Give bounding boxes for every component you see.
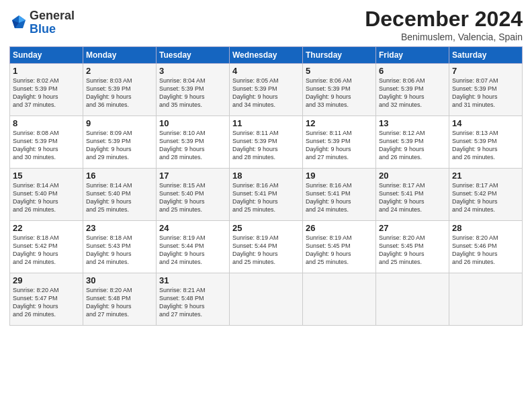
calendar-cell bbox=[303, 273, 376, 326]
col-sunday: Sunday bbox=[10, 47, 83, 64]
calendar-cell: 8Sunrise: 8:08 AMSunset: 5:39 PMDaylight… bbox=[10, 116, 83, 169]
calendar-cell: 9Sunrise: 8:09 AMSunset: 5:39 PMDaylight… bbox=[83, 116, 157, 169]
calendar-cell: 26Sunrise: 8:19 AMSunset: 5:45 PMDayligh… bbox=[303, 221, 376, 273]
calendar-cell: 22Sunrise: 8:18 AMSunset: 5:42 PMDayligh… bbox=[10, 221, 83, 273]
calendar-cell: 29Sunrise: 8:20 AMSunset: 5:47 PMDayligh… bbox=[10, 273, 83, 326]
header: General Blue December 2024 Benimuslem, V… bbox=[9, 7, 523, 42]
calendar-cell: 31Sunrise: 8:21 AMSunset: 5:48 PMDayligh… bbox=[157, 273, 230, 326]
col-tuesday: Tuesday bbox=[157, 47, 230, 64]
col-saturday: Saturday bbox=[449, 47, 523, 64]
calendar-cell: 20Sunrise: 8:17 AMSunset: 5:41 PMDayligh… bbox=[376, 169, 449, 221]
calendar-cell: 15Sunrise: 8:14 AMSunset: 5:40 PMDayligh… bbox=[10, 169, 83, 221]
page-container: General Blue December 2024 Benimuslem, V… bbox=[0, 0, 532, 332]
calendar-cell: 23Sunrise: 8:18 AMSunset: 5:43 PMDayligh… bbox=[83, 221, 157, 273]
calendar-cell: 5Sunrise: 8:06 AMSunset: 5:39 PMDaylight… bbox=[303, 64, 376, 116]
calendar-cell bbox=[376, 273, 449, 326]
calendar-table: Sunday Monday Tuesday Wednesday Thursday… bbox=[9, 46, 523, 326]
calendar-cell: 13Sunrise: 8:12 AMSunset: 5:39 PMDayligh… bbox=[376, 116, 449, 169]
calendar-week-2: 8Sunrise: 8:08 AMSunset: 5:39 PMDaylight… bbox=[10, 116, 523, 169]
month-title: December 2024 bbox=[365, 7, 523, 32]
calendar-cell: 14Sunrise: 8:13 AMSunset: 5:39 PMDayligh… bbox=[449, 116, 523, 169]
title-area: December 2024 Benimuslem, Valencia, Spai… bbox=[365, 7, 523, 42]
calendar-cell: 24Sunrise: 8:19 AMSunset: 5:44 PMDayligh… bbox=[157, 221, 230, 273]
calendar-cell: 3Sunrise: 8:04 AMSunset: 5:39 PMDaylight… bbox=[157, 64, 230, 116]
calendar-cell: 25Sunrise: 8:19 AMSunset: 5:44 PMDayligh… bbox=[230, 221, 303, 273]
calendar-cell: 10Sunrise: 8:10 AMSunset: 5:39 PMDayligh… bbox=[157, 116, 230, 169]
calendar-cell bbox=[230, 273, 303, 326]
calendar-cell: 2Sunrise: 8:03 AMSunset: 5:39 PMDaylight… bbox=[83, 64, 157, 116]
calendar-cell: 12Sunrise: 8:11 AMSunset: 5:39 PMDayligh… bbox=[303, 116, 376, 169]
calendar-cell: 17Sunrise: 8:15 AMSunset: 5:40 PMDayligh… bbox=[157, 169, 230, 221]
location: Benimuslem, Valencia, Spain bbox=[365, 32, 523, 42]
calendar-cell: 4Sunrise: 8:05 AMSunset: 5:39 PMDaylight… bbox=[230, 64, 303, 116]
calendar-cell: 19Sunrise: 8:16 AMSunset: 5:41 PMDayligh… bbox=[303, 169, 376, 221]
calendar-cell: 30Sunrise: 8:20 AMSunset: 5:48 PMDayligh… bbox=[83, 273, 157, 326]
logo-icon bbox=[9, 13, 28, 32]
col-monday: Monday bbox=[83, 47, 157, 64]
calendar-week-3: 15Sunrise: 8:14 AMSunset: 5:40 PMDayligh… bbox=[10, 169, 523, 221]
calendar-header-row: Sunday Monday Tuesday Wednesday Thursday… bbox=[10, 47, 523, 64]
logo: General Blue bbox=[9, 9, 75, 36]
calendar-cell: 27Sunrise: 8:20 AMSunset: 5:45 PMDayligh… bbox=[376, 221, 449, 273]
calendar-cell: 21Sunrise: 8:17 AMSunset: 5:42 PMDayligh… bbox=[449, 169, 523, 221]
calendar-cell: 1Sunrise: 8:02 AMSunset: 5:39 PMDaylight… bbox=[10, 64, 83, 116]
calendar-week-1: 1Sunrise: 8:02 AMSunset: 5:39 PMDaylight… bbox=[10, 64, 523, 116]
col-wednesday: Wednesday bbox=[230, 47, 303, 64]
calendar-cell: 18Sunrise: 8:16 AMSunset: 5:41 PMDayligh… bbox=[230, 169, 303, 221]
logo-text: General Blue bbox=[30, 9, 75, 36]
calendar-cell: 28Sunrise: 8:20 AMSunset: 5:46 PMDayligh… bbox=[449, 221, 523, 273]
calendar-cell: 16Sunrise: 8:14 AMSunset: 5:40 PMDayligh… bbox=[83, 169, 157, 221]
calendar-cell: 11Sunrise: 8:11 AMSunset: 5:39 PMDayligh… bbox=[230, 116, 303, 169]
calendar-cell: 6Sunrise: 8:06 AMSunset: 5:39 PMDaylight… bbox=[376, 64, 449, 116]
calendar-cell bbox=[449, 273, 523, 326]
calendar-week-5: 29Sunrise: 8:20 AMSunset: 5:47 PMDayligh… bbox=[10, 273, 523, 326]
calendar-cell: 7Sunrise: 8:07 AMSunset: 5:39 PMDaylight… bbox=[449, 64, 523, 116]
calendar-week-4: 22Sunrise: 8:18 AMSunset: 5:42 PMDayligh… bbox=[10, 221, 523, 273]
col-thursday: Thursday bbox=[303, 47, 376, 64]
col-friday: Friday bbox=[376, 47, 449, 64]
